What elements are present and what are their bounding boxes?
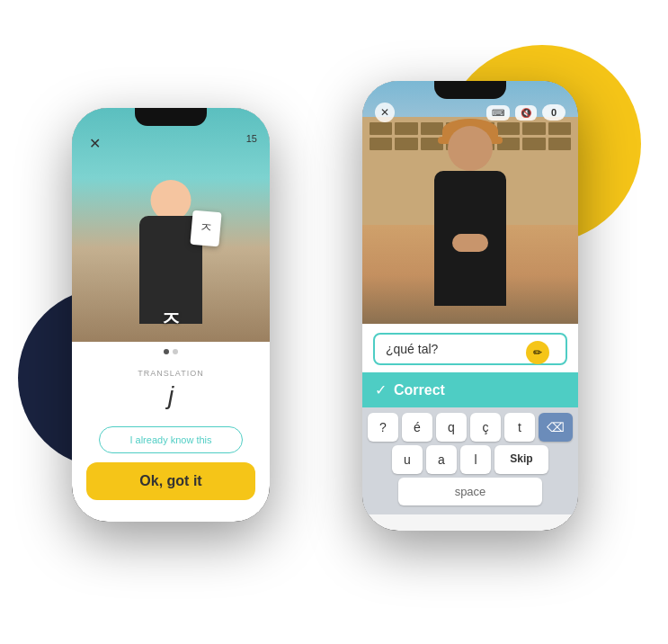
top-icons-group: ⌨ 🔇 0 [486,104,566,121]
input-wrapper: ✏ [373,333,567,372]
dot-1 [164,349,169,354]
scene: ✕ 15 ㅈ ㅈ [0,0,668,644]
dot-2 [173,349,178,354]
key-a[interactable]: a [426,445,457,474]
timer-left: 15 [246,133,257,144]
top-bar-right: ✕ ⌨ 🔇 0 [375,103,566,122]
ok-got-it-button[interactable]: Ok, got it [86,462,255,500]
person-right [398,117,542,324]
sound-icon: 🔇 [521,108,531,118]
keyboard-icon: ⌨ [492,108,504,118]
close-button-left[interactable]: ✕ [85,133,104,153]
keyboard-row-2: u a l Skip [366,445,574,474]
already-know-button[interactable]: I already know this [99,426,243,453]
notch-left [135,108,207,126]
space-key[interactable]: space [398,478,542,505]
person-left-head [151,180,191,220]
key-e-accent[interactable]: é [402,413,432,442]
phone-right: ✕ ⌨ 🔇 0 [362,81,578,531]
key-l[interactable]: l [460,445,491,474]
key-question[interactable]: ? [368,413,398,442]
keyboard-icon-btn[interactable]: ⌨ [486,105,510,121]
score-badge: 0 [542,104,566,121]
correct-text: Correct [394,382,445,398]
correct-check-icon: ✓ [375,381,387,398]
close-button-right[interactable]: ✕ [375,103,395,122]
flashcard: ㅈ [190,210,221,247]
key-q[interactable]: q [436,413,467,442]
phone-left: ✕ 15 ㅈ ㅈ [72,108,270,522]
notch-right [434,81,506,99]
keyboard-row-1: ? é q ç t ⌫ [366,413,574,442]
keyboard-row-3: space [366,478,574,505]
delete-icon: ⌫ [547,420,565,434]
correct-banner: ✓ Correct [362,372,578,407]
sound-icon-btn[interactable]: 🔇 [515,105,537,121]
dot-indicators [72,342,270,358]
translation-label: TRANSLATION [86,369,255,378]
key-c-cedilla[interactable]: ç [470,413,501,442]
person-right-head [448,126,493,171]
key-u[interactable]: u [392,445,423,474]
keyboard: ? é q ç t ⌫ u a l Skip space [362,407,578,514]
korean-character: ㅈ [161,306,181,333]
translation-value: j [86,381,255,410]
left-video-area: ✕ 15 ㅈ ㅈ [72,108,270,342]
delete-key[interactable]: ⌫ [539,413,573,442]
right-video-area: ✕ ⌨ 🔇 0 [362,81,578,324]
key-t[interactable]: t [504,413,535,442]
translation-section: TRANSLATION j [72,358,270,417]
pencil-badge: ✏ [526,341,549,364]
skip-key[interactable]: Skip [494,445,548,474]
input-area: ✏ ✓ Correct [362,324,578,407]
hands [452,234,488,252]
pencil-icon: ✏ [533,346,542,359]
